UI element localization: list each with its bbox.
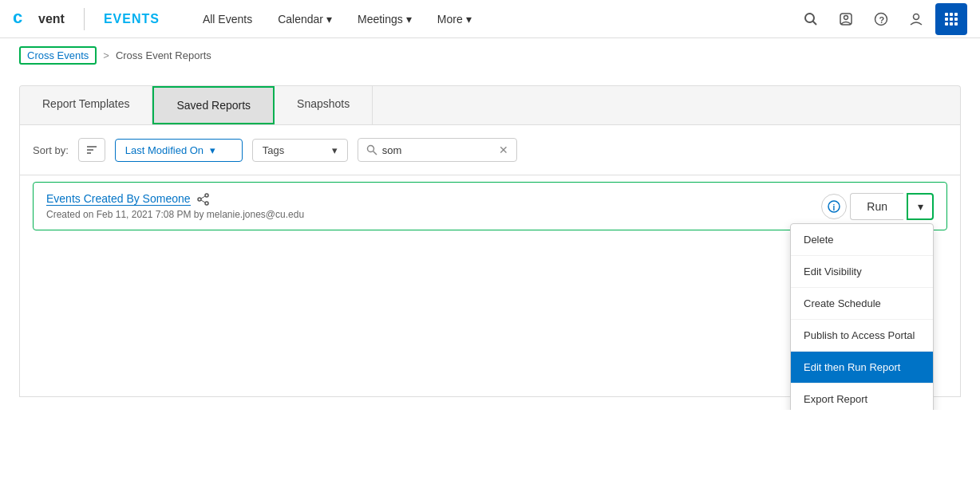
nav-all-events[interactable]: All Events	[192, 0, 263, 38]
user-icon	[909, 12, 923, 26]
dropdown-create-schedule[interactable]: Create Schedule	[791, 288, 933, 320]
svg-line-12	[373, 152, 377, 155]
svg-point-11	[367, 146, 373, 152]
breadcrumb: Cross Events > Cross Event Reports	[0, 38, 980, 73]
svg-point-15	[205, 202, 208, 205]
breadcrumb-current: Cross Event Reports	[116, 49, 211, 61]
sort-dropdown[interactable]: Last Modified On ▾	[115, 139, 243, 162]
nav-links: All Events Calendar ▾ Meetings ▾ More ▾	[192, 0, 795, 38]
events-label: EVENTS	[104, 12, 160, 26]
tabs-container: Report Templates Saved Reports Snapshots	[19, 85, 961, 124]
meetings-chevron-icon: ▾	[406, 13, 412, 26]
svg-text:c: c	[13, 7, 22, 26]
report-title-link[interactable]: Events Created By Someone	[46, 192, 191, 206]
sort-order-button[interactable]	[78, 138, 105, 162]
tab-report-templates[interactable]: Report Templates	[20, 86, 152, 124]
report-meta: Created on Feb 11, 2021 7:08 PM by melan…	[46, 209, 304, 220]
calendar-chevron-icon: ▾	[326, 13, 332, 26]
info-icon: i	[828, 200, 840, 213]
share-icon	[197, 193, 210, 206]
filters-row: Sort by: Last Modified On ▾ Tags ▾ ✕	[19, 124, 961, 175]
logo-c-letter: c	[13, 7, 35, 31]
svg-line-16	[201, 196, 205, 199]
nav-divider	[84, 8, 85, 30]
tab-snapshots[interactable]: Snapshots	[275, 86, 373, 124]
grid-icon-btn[interactable]	[935, 3, 967, 35]
tab-saved-reports[interactable]: Saved Reports	[152, 86, 275, 124]
svg-line-17	[201, 200, 205, 203]
dropdown-export-report[interactable]: Export Report	[791, 384, 933, 411]
help-icon: ?	[874, 12, 888, 26]
badge-icon	[839, 12, 853, 26]
svg-point-4	[844, 15, 848, 19]
report-title: Events Created By Someone	[46, 192, 304, 206]
sort-icon	[85, 144, 98, 156]
help-icon-btn[interactable]: ?	[865, 3, 897, 35]
dropdown-menu: Delete Edit Visibility Create Schedule P…	[790, 223, 934, 411]
search-clear-button[interactable]: ✕	[499, 144, 508, 156]
breadcrumb-separator: >	[103, 49, 109, 61]
tags-dropdown[interactable]: Tags ▾	[252, 139, 348, 162]
sort-by-label: Sort by:	[33, 144, 69, 156]
svg-point-13	[205, 194, 208, 197]
grid-icon	[945, 13, 958, 26]
info-button[interactable]: i	[821, 194, 847, 219]
logo-vent-text: vent	[38, 12, 65, 26]
logo-area: c vent EVENTS	[13, 7, 160, 31]
breadcrumb-cross-events[interactable]: Cross Events	[19, 46, 97, 65]
reports-list: Events Created By Someone Created on Feb…	[19, 175, 961, 397]
nav-more[interactable]: More ▾	[426, 0, 483, 38]
svg-point-7	[914, 14, 919, 19]
search-box-icon	[366, 144, 377, 155]
svg-text:?: ?	[879, 14, 885, 24]
report-card: Events Created By Someone Created on Feb…	[33, 182, 947, 230]
badge-icon-btn[interactable]	[830, 3, 862, 35]
cvent-svg-logo: c	[13, 7, 35, 26]
svg-line-2	[813, 21, 817, 25]
search-icon-btn[interactable]	[795, 3, 827, 35]
search-icon	[804, 12, 818, 26]
top-nav: c vent EVENTS All Events Calendar ▾ Meet…	[0, 0, 980, 38]
dropdown-edit-visibility[interactable]: Edit Visibility	[791, 256, 933, 288]
dropdown-delete[interactable]: Delete	[791, 224, 933, 256]
more-chevron-icon: ▾	[466, 13, 472, 26]
search-input[interactable]	[382, 144, 494, 156]
nav-calendar[interactable]: Calendar ▾	[267, 0, 343, 38]
cvent-logo[interactable]: c vent	[13, 7, 65, 31]
report-actions: i Run ▾ Delete Edit Visibility Create Sc…	[821, 193, 934, 220]
dropdown-toggle-button[interactable]: ▾	[907, 193, 934, 220]
dropdown-edit-run-report[interactable]: Edit then Run Report	[791, 352, 933, 384]
nav-meetings[interactable]: Meetings ▾	[346, 0, 423, 38]
search-box: ✕	[358, 138, 517, 162]
report-info: Events Created By Someone Created on Feb…	[46, 192, 304, 220]
main-content: Report Templates Saved Reports Snapshots…	[0, 73, 980, 410]
chevron-down-icon: ▾	[918, 200, 923, 213]
svg-text:i: i	[833, 203, 836, 211]
nav-icon-group: ?	[795, 3, 967, 35]
dropdown-publish-portal[interactable]: Publish to Access Portal	[791, 320, 933, 352]
sort-chevron-icon: ▾	[210, 144, 215, 156]
run-button[interactable]: Run	[850, 193, 903, 220]
tags-chevron-icon: ▾	[332, 144, 338, 156]
svg-point-14	[198, 198, 201, 201]
user-icon-btn[interactable]	[900, 3, 932, 35]
svg-point-1	[805, 14, 814, 22]
